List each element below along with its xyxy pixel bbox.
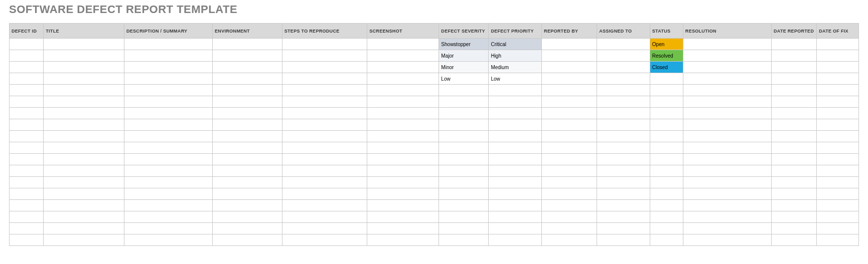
table-cell[interactable]: Resolved [650,50,683,62]
table-cell[interactable] [124,96,212,108]
table-cell[interactable] [817,39,859,50]
table-cell[interactable] [282,108,367,119]
table-cell[interactable] [213,142,282,154]
table-cell[interactable] [817,85,859,96]
table-cell[interactable] [10,62,44,73]
table-cell[interactable] [10,188,44,200]
table-cell[interactable] [683,200,771,211]
table-cell[interactable] [282,96,367,108]
table-cell[interactable] [683,142,771,154]
table-cell[interactable] [44,211,124,223]
table-cell[interactable] [542,96,597,108]
table-cell[interactable] [650,154,683,165]
table-cell[interactable] [10,200,44,211]
table-cell[interactable]: Medium [489,62,542,73]
table-cell[interactable] [124,188,212,200]
table-cell[interactable] [282,119,367,131]
table-cell[interactable] [542,50,597,62]
table-cell[interactable] [683,211,771,223]
table-cell[interactable] [44,108,124,119]
table-cell[interactable] [10,165,44,177]
table-cell[interactable] [10,119,44,131]
table-cell[interactable] [683,234,771,246]
table-cell[interactable] [817,177,859,188]
table-cell[interactable] [597,165,650,177]
table-cell[interactable] [213,62,282,73]
table-cell[interactable] [771,177,816,188]
table-cell[interactable] [44,188,124,200]
table-cell[interactable] [542,62,597,73]
table-cell[interactable] [650,142,683,154]
table-cell[interactable] [124,73,212,85]
table-cell[interactable] [367,73,439,85]
table-cell[interactable] [439,177,489,188]
table-cell[interactable] [439,131,489,142]
table-cell[interactable] [683,62,771,73]
table-cell[interactable] [44,154,124,165]
table-cell[interactable] [683,39,771,50]
table-cell[interactable] [439,165,489,177]
table-cell[interactable] [597,188,650,200]
table-cell[interactable] [683,73,771,85]
table-cell[interactable] [817,154,859,165]
table-cell[interactable] [213,165,282,177]
table-cell[interactable] [282,177,367,188]
table-cell[interactable] [817,119,859,131]
table-cell[interactable] [542,154,597,165]
table-cell[interactable] [650,131,683,142]
table-cell[interactable] [771,96,816,108]
table-cell[interactable] [439,119,489,131]
table-cell[interactable] [124,108,212,119]
table-cell[interactable] [439,154,489,165]
table-cell[interactable] [44,39,124,50]
table-cell[interactable] [597,119,650,131]
table-cell[interactable] [489,188,542,200]
table-cell[interactable] [213,234,282,246]
table-cell[interactable] [282,234,367,246]
table-cell[interactable] [650,73,683,85]
table-cell[interactable] [213,39,282,50]
table-cell[interactable] [124,142,212,154]
table-cell[interactable] [771,62,816,73]
table-cell[interactable] [817,200,859,211]
table-cell[interactable] [213,85,282,96]
table-cell[interactable] [817,165,859,177]
table-cell[interactable] [771,119,816,131]
table-cell[interactable] [439,85,489,96]
table-cell[interactable] [597,234,650,246]
table-cell[interactable] [282,73,367,85]
table-cell[interactable] [367,177,439,188]
table-cell[interactable] [771,142,816,154]
table-cell[interactable] [367,223,439,234]
table-cell[interactable] [489,200,542,211]
table-cell[interactable] [542,73,597,85]
table-cell[interactable] [367,50,439,62]
table-cell[interactable] [213,188,282,200]
table-cell[interactable] [213,96,282,108]
table-cell[interactable]: Showstopper [439,39,489,50]
table-cell[interactable] [282,142,367,154]
table-cell[interactable]: Open [650,39,683,50]
table-cell[interactable]: High [489,50,542,62]
table-cell[interactable] [44,73,124,85]
table-cell[interactable] [213,50,282,62]
table-cell[interactable] [10,39,44,50]
table-cell[interactable] [282,50,367,62]
table-cell[interactable] [650,96,683,108]
table-cell[interactable] [683,188,771,200]
table-cell[interactable] [44,200,124,211]
table-cell[interactable] [650,165,683,177]
table-cell[interactable] [817,234,859,246]
table-cell[interactable] [282,200,367,211]
table-cell[interactable] [10,211,44,223]
table-cell[interactable] [282,211,367,223]
table-cell[interactable] [124,177,212,188]
table-cell[interactable] [124,211,212,223]
table-cell[interactable] [213,73,282,85]
table-cell[interactable] [367,211,439,223]
table-cell[interactable] [10,177,44,188]
table-cell[interactable] [489,85,542,96]
table-cell[interactable] [650,119,683,131]
table-cell[interactable] [10,154,44,165]
table-cell[interactable] [771,200,816,211]
